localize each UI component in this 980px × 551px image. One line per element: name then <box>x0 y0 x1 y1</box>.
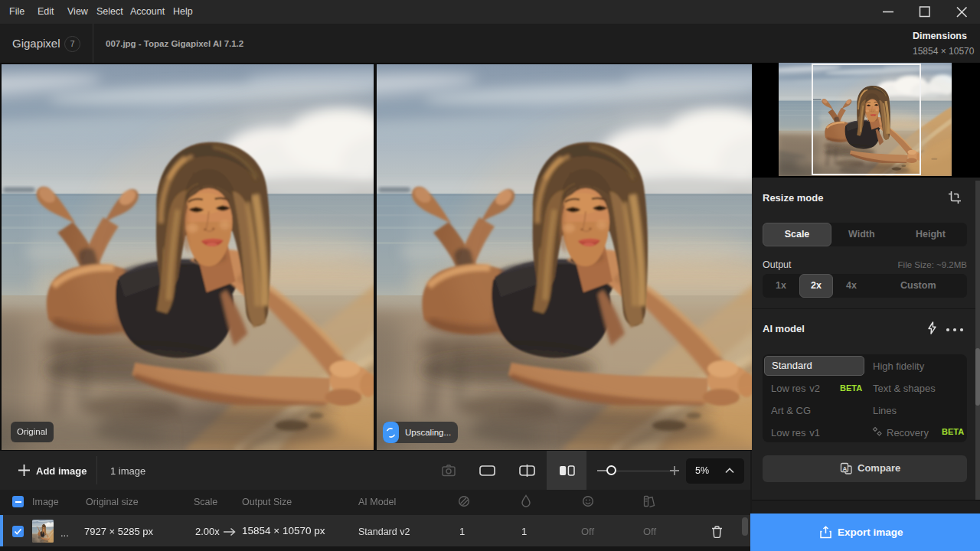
svg-text:A: A <box>842 465 847 472</box>
